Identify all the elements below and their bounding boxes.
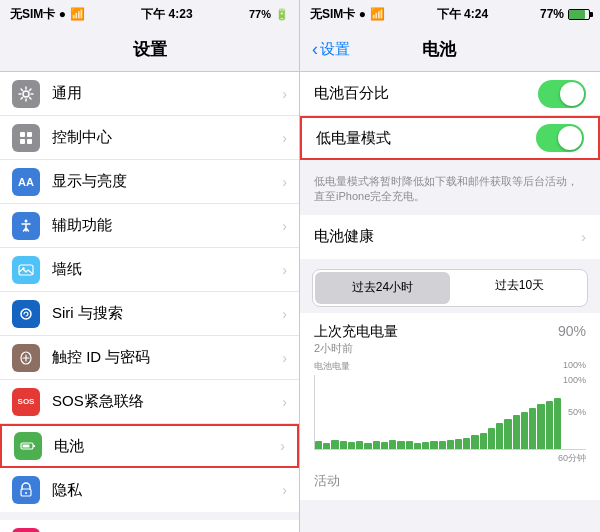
settings-item-siri[interactable]: Siri 与搜索 › [0,292,299,336]
tab-24h[interactable]: 过去24小时 [315,272,450,304]
tab-10d[interactable]: 过去10天 [452,270,587,302]
bar [373,441,380,448]
left-carrier: 无SIM卡 ● 📶 [10,6,85,23]
right-nav-bar: ‹ 设置 电池 [300,28,600,72]
accessibility-chevron: › [282,218,287,234]
bar [504,419,511,449]
activity-section: 活动 [314,471,586,490]
svg-rect-11 [33,445,35,447]
low-power-toggle[interactable] [536,124,584,152]
right-time: 下午 4:24 [437,6,488,23]
last-charge-section: 上次充电电量 90% 2小时前 电池电量 100% 100% 50% 60分钟 [300,313,600,500]
right-panel: 无SIM卡 ● 📶 下午 4:24 77% ‹ 设置 电池 电池百分比 [300,0,600,532]
battery-chart: 100% 50% [314,375,586,450]
siri-chevron: › [282,306,287,322]
back-label: 设置 [320,40,350,59]
right-battery-icon [568,9,590,20]
left-battery-icon: 🔋 [275,8,289,21]
bar [480,433,487,449]
general-label: 通用 [52,84,282,103]
bar [356,441,363,449]
settings-item-display[interactable]: AA 显示与亮度 › [0,160,299,204]
svg-point-14 [25,492,27,494]
back-button[interactable]: ‹ 设置 [312,39,350,60]
toggle-thumb-2 [558,126,582,150]
bar [455,439,462,449]
wifi-icon: 📶 [70,7,85,21]
control-icon [12,124,40,152]
tab-24h-label: 过去24小时 [352,279,413,296]
battery-chevron: › [280,438,285,454]
bar [513,415,520,448]
battery-toggles-section: 电池百分比 低电量模式 [300,72,600,160]
bar [414,443,421,449]
bar [439,441,446,449]
carrier-text: 无SIM卡 ● [10,6,66,23]
display-icon: AA [12,168,40,196]
right-battery-status: 77% [540,7,590,21]
bar [406,441,413,448]
settings-item-general[interactable]: 通用 › [0,72,299,116]
chart-y-labels: 电池电量 100% [314,360,586,373]
touch-chevron: › [282,350,287,366]
privacy-chevron: › [282,482,287,498]
settings-item-sos[interactable]: SOS SOS紧急联络 › [0,380,299,424]
bar [471,435,478,448]
left-nav-bar: 设置 [0,28,299,72]
settings-item-itunes[interactable]: iTunes Store 与 App Store › [0,520,299,532]
bar [554,398,561,448]
bar [364,443,371,449]
battery-chart-wrapper: 电池电量 100% 100% 50% 60分钟 [314,360,586,465]
bar [323,443,330,449]
left-battery-status: 77% 🔋 [249,8,289,21]
sos-label: SOS紧急联络 [52,392,282,411]
svg-rect-1 [20,132,25,137]
settings-item-touch[interactable]: 触控 ID 与密码 › [0,336,299,380]
low-power-label: 低电量模式 [316,129,536,148]
bar [521,412,528,449]
settings-section-1: 通用 › 控制中心 › AA 显示与亮度 › [0,72,299,512]
left-title: 设置 [133,38,167,61]
chart-100-label: 100% [563,360,586,373]
control-chevron: › [282,130,287,146]
health-chevron: › [581,229,586,245]
sos-chevron: › [282,394,287,410]
control-label: 控制中心 [52,128,282,147]
left-panel: 无SIM卡 ● 📶 下午 4:23 77% 🔋 设置 通用 › [0,0,300,532]
bar [389,440,396,449]
bar [315,441,322,448]
back-chevron-icon: ‹ [312,39,318,60]
wallpaper-icon [12,256,40,284]
battery-percentage-row: 电池百分比 [300,72,600,116]
svg-point-5 [25,219,28,222]
svg-rect-3 [20,139,25,144]
bar [331,440,338,449]
privacy-icon [12,476,40,504]
svg-point-0 [23,91,29,97]
right-carrier-text: 无SIM卡 ● [310,6,366,23]
activity-label: 活动 [314,473,340,488]
sos-icon: SOS [12,388,40,416]
svg-rect-2 [27,132,32,137]
settings-item-wallpaper[interactable]: 墙纸 › [0,248,299,292]
bar [488,428,495,449]
low-power-row: 低电量模式 [300,116,600,160]
settings-item-accessibility[interactable]: 辅助功能 › [0,204,299,248]
svg-rect-12 [23,445,30,448]
bar [430,441,437,448]
settings-item-privacy[interactable]: 隐私 › [0,468,299,512]
battery-percentage-toggle[interactable] [538,80,586,108]
right-battery-pct: 77% [540,7,564,21]
right-carrier: 无SIM卡 ● 📶 [310,6,385,23]
battery-icon [14,432,42,460]
bar [422,442,429,449]
health-label: 电池健康 [314,227,581,246]
bar [340,441,347,448]
settings-item-control[interactable]: 控制中心 › [0,116,299,160]
settings-item-battery[interactable]: 电池 › [0,424,299,468]
accessibility-label: 辅助功能 [52,216,282,235]
low-power-desc: 低电量模式将暂时降低如下载和邮件获取等后台活动，直至iPhone完全充电。 [300,168,600,215]
display-label: 显示与亮度 [52,172,282,191]
battery-health-row[interactable]: 电池健康 › [300,215,600,259]
tab-10d-label: 过去10天 [495,277,544,294]
